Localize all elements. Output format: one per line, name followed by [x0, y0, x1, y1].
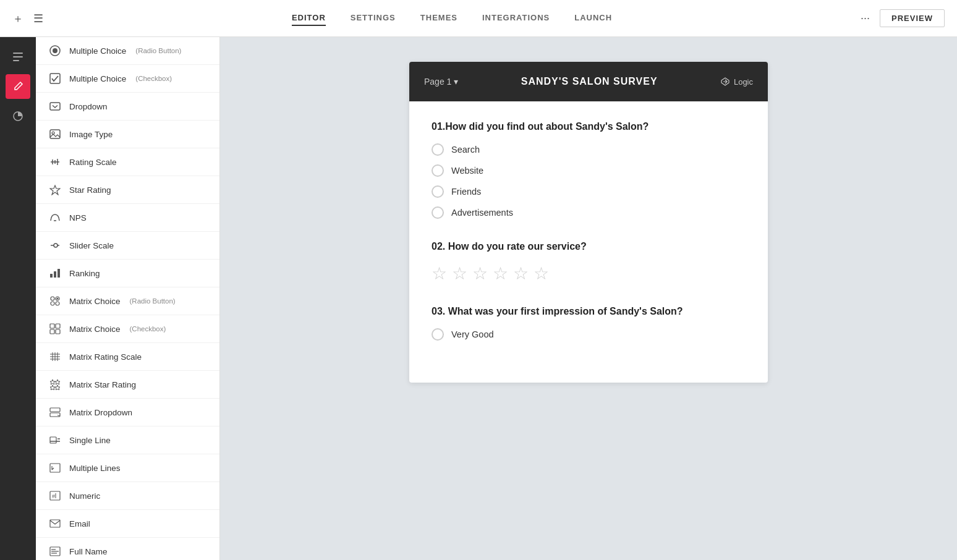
star-1[interactable]: ☆ — [432, 263, 447, 284]
radio-website — [432, 164, 444, 177]
panel-item-matrix-dropdown[interactable]: Matrix Dropdown — [36, 399, 219, 426]
choice-website[interactable]: Website — [432, 164, 746, 177]
left-panel: Multiple Choice (Radio Button) Multiple … — [36, 37, 220, 560]
svg-point-24 — [51, 302, 54, 305]
question-2-text: 02. How do you rate our service? — [432, 241, 746, 252]
sidebar-chart-btn[interactable] — [6, 104, 30, 129]
panel-item-multiple-choice-checkbox[interactable]: Multiple Choice (Checkbox) — [36, 65, 219, 93]
tab-settings[interactable]: SETTINGS — [351, 11, 396, 26]
panel-item-matrix-rating-scale[interactable]: Matrix Rating Scale — [36, 343, 219, 371]
panel-item-star-rating[interactable]: Star Rating — [36, 176, 219, 204]
panel-label-matrix-choice-checkbox: Matrix Choice — [69, 325, 121, 334]
survey-body: 01.How did you find out about Sandy's Sa… — [409, 101, 768, 383]
star-3[interactable]: ☆ — [472, 263, 488, 284]
main-area: Multiple Choice (Radio Button) Multiple … — [0, 37, 957, 560]
page-chevron: ▾ — [454, 77, 458, 87]
tab-integrations[interactable]: INTEGRATIONS — [482, 11, 550, 26]
panel-item-nps[interactable]: NPS — [36, 204, 219, 232]
choice-label-very-good: Very Good — [451, 329, 494, 339]
list-button[interactable]: ☰ — [33, 12, 43, 25]
survey-logic[interactable]: Logic — [720, 77, 753, 87]
panel-item-single-line[interactable]: Single Line — [36, 426, 219, 454]
tab-editor[interactable]: EDITOR — [292, 11, 326, 26]
svg-marker-37 — [50, 380, 55, 384]
svg-marker-39 — [50, 385, 55, 390]
question-1: 01.How did you find out about Sandy's Sa… — [432, 121, 746, 219]
svg-rect-50 — [50, 520, 60, 527]
panel-label-matrix-star-rating: Matrix Star Rating — [69, 380, 136, 389]
single-line-icon — [48, 433, 62, 447]
dropdown-icon — [48, 100, 62, 113]
tab-launch[interactable]: LAUNCH — [574, 11, 612, 26]
svg-marker-40 — [55, 385, 60, 390]
radio-icon — [48, 44, 62, 57]
panel-item-rating-scale[interactable]: Rating Scale — [36, 148, 219, 176]
star-5[interactable]: ☆ — [513, 263, 529, 284]
choice-search[interactable]: Search — [432, 143, 746, 156]
more-button[interactable]: ··· — [861, 12, 870, 25]
matrix-radio-icon — [48, 294, 62, 308]
panel-item-image-type[interactable]: Image Type — [36, 121, 219, 148]
choice-label-advertisements: Advertisements — [451, 208, 513, 218]
svg-rect-2 — [13, 60, 19, 61]
choice-very-good[interactable]: Very Good — [432, 328, 746, 341]
survey-page-label[interactable]: Page 1 ▾ — [424, 77, 458, 87]
panel-sublabel-multiple-choice-radio: (Radio Button) — [135, 47, 181, 54]
panel-item-multiple-lines[interactable]: Multiple Lines — [36, 454, 219, 482]
svg-rect-6 — [50, 74, 60, 83]
question-2: 02. How do you rate our service? ☆ ☆ ☆ ☆… — [432, 241, 746, 284]
svg-point-25 — [56, 302, 59, 305]
panel-item-dropdown[interactable]: Dropdown — [36, 93, 219, 121]
matrix-rating-icon — [48, 350, 62, 363]
svg-point-26 — [57, 298, 59, 300]
question-3: 03. What was your first impression of Sa… — [432, 306, 746, 341]
panel-label-full-name: Full Name — [69, 547, 108, 556]
question-3-text: 03. What was your first impression of Sa… — [432, 306, 746, 317]
edit-icon — [12, 80, 24, 93]
tab-themes[interactable]: THEMES — [420, 11, 457, 26]
matrix-dropdown-icon — [48, 405, 62, 419]
content-area: Page 1 ▾ SANDY'S SALON SURVEY Logic — [220, 37, 957, 560]
choice-advertisements[interactable]: Advertisements — [432, 206, 746, 219]
svg-rect-0 — [13, 53, 23, 54]
panel-item-full-name[interactable]: Full Name — [36, 538, 219, 560]
matrix-checkbox-icon — [48, 322, 62, 336]
panel-item-matrix-star-rating[interactable]: Matrix Star Rating — [36, 371, 219, 399]
radio-friends — [432, 185, 444, 198]
choice-label-search: Search — [451, 145, 480, 155]
svg-rect-19 — [50, 274, 53, 278]
panel-item-slider-scale[interactable]: Slider Scale — [36, 232, 219, 260]
add-button[interactable]: ＋ — [12, 11, 23, 26]
sidebar-edit-btn[interactable] — [6, 74, 30, 99]
radio-advertisements — [432, 206, 444, 219]
top-nav: ＋ ☰ EDITOR SETTINGS THEMES INTEGRATIONS … — [0, 0, 957, 37]
sidebar-questions-btn[interactable] — [6, 45, 30, 69]
rating-scale-icon — [48, 155, 62, 169]
logic-label: Logic — [734, 77, 753, 87]
star-rating-row[interactable]: ☆ ☆ ☆ ☆ ☆ ☆ — [432, 263, 746, 284]
matrix-star-icon — [48, 378, 62, 391]
panel-item-ranking[interactable]: Ranking — [36, 260, 219, 287]
ranking-icon — [48, 266, 62, 280]
panel-item-numeric[interactable]: # Numeric — [36, 482, 219, 510]
panel-item-matrix-choice-checkbox[interactable]: Matrix Choice (Checkbox) — [36, 315, 219, 343]
survey-card: Page 1 ▾ SANDY'S SALON SURVEY Logic — [409, 62, 768, 383]
panel-label-slider-scale: Slider Scale — [69, 241, 114, 250]
panel-item-multiple-choice-radio[interactable]: Multiple Choice (Radio Button) — [36, 37, 219, 65]
preview-button[interactable]: PREVIEW — [880, 9, 945, 27]
star-2[interactable]: ☆ — [452, 263, 467, 284]
svg-rect-28 — [56, 324, 60, 328]
svg-rect-43 — [50, 437, 56, 443]
svg-rect-29 — [50, 329, 54, 334]
star-4[interactable]: ☆ — [493, 263, 508, 284]
star-6[interactable]: ☆ — [534, 263, 549, 284]
full-name-icon — [48, 545, 62, 558]
top-nav-left: ＋ ☰ — [12, 11, 43, 26]
panel-item-email[interactable]: Email — [36, 510, 219, 538]
svg-text:#: # — [52, 493, 55, 499]
panel-item-matrix-choice-radio[interactable]: Matrix Choice (Radio Button) — [36, 287, 219, 315]
choice-friends[interactable]: Friends — [432, 185, 746, 198]
panel-label-multiple-lines: Multiple Lines — [69, 464, 121, 473]
choice-label-website: Website — [451, 166, 483, 176]
email-icon — [48, 517, 62, 530]
